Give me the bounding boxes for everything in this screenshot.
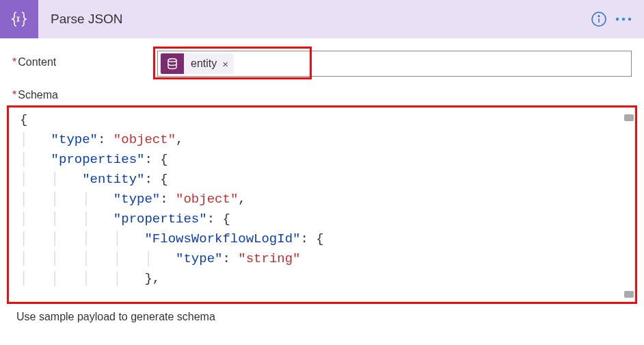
schema-code[interactable]: { │ "type": "object", │ "properties": { …	[9, 110, 635, 289]
svg-point-3	[616, 18, 619, 21]
content-input[interactable]: entity ×	[157, 51, 632, 77]
action-body: *Content entity ×	[0, 38, 644, 323]
generate-schema-link[interactable]: Use sample payload to generate schema	[12, 304, 632, 323]
token-remove-icon[interactable]: ×	[222, 58, 234, 70]
content-label: *Content	[12, 51, 157, 68]
schema-field: *Schema { │ "type": "object", │ "propert…	[12, 89, 632, 323]
scrollbar-top[interactable]	[624, 114, 634, 121]
token-label: entity	[184, 58, 222, 70]
content-label-text: Content	[18, 56, 56, 68]
scrollbar-bottom[interactable]	[624, 291, 634, 298]
svg-point-5	[628, 18, 631, 21]
action-title: Parse JSON	[51, 12, 587, 27]
braces-icon	[0, 0, 38, 38]
schema-highlight-box: { │ "type": "object", │ "properties": { …	[7, 105, 637, 304]
schema-label: *Schema	[12, 89, 632, 101]
info-icon[interactable]	[587, 7, 611, 31]
required-marker: *	[12, 89, 16, 101]
content-field-row: *Content entity ×	[12, 51, 632, 77]
required-marker: *	[12, 56, 16, 68]
svg-point-4	[622, 18, 625, 21]
svg-point-6	[168, 59, 176, 62]
schema-label-text: Schema	[18, 89, 58, 101]
database-icon	[161, 53, 184, 74]
dynamic-content-token[interactable]: entity ×	[161, 53, 234, 74]
more-icon[interactable]	[611, 7, 636, 31]
svg-point-2	[598, 16, 600, 17]
schema-editor[interactable]: { │ "type": "object", │ "properties": { …	[9, 110, 635, 302]
action-header: Parse JSON	[0, 0, 644, 38]
content-input-wrap: entity ×	[157, 51, 632, 77]
